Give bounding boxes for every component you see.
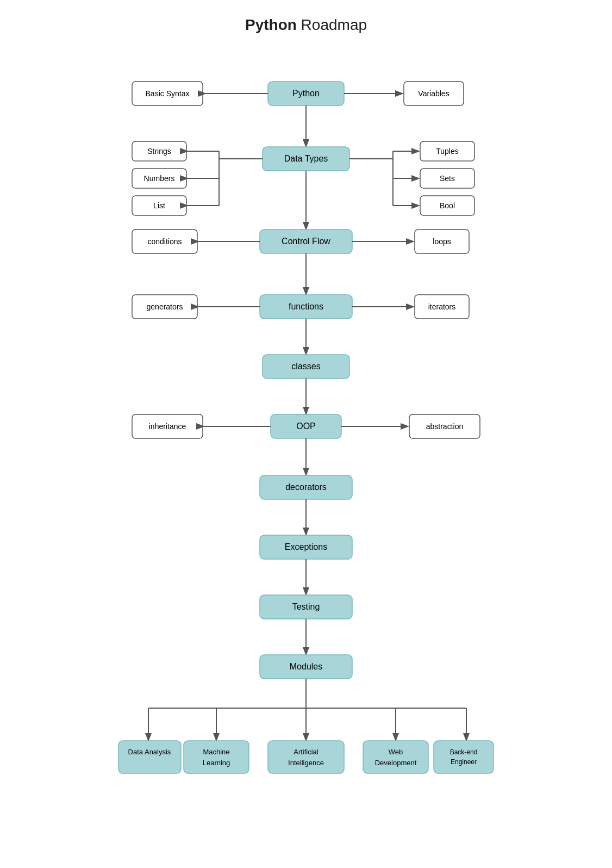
classes-node: classes — [291, 362, 320, 371]
machine-learning-node: Machine — [203, 748, 229, 756]
python-node: Python — [292, 89, 320, 98]
backend-engineer-node: Back-end — [450, 748, 478, 756]
web-development-node: Web — [389, 748, 403, 756]
decorators-node: decorators — [285, 482, 327, 492]
svg-text:Engineer: Engineer — [451, 758, 477, 766]
inheritance-node: inheritance — [149, 422, 186, 431]
data-analysis-node: Data Analysis — [128, 748, 171, 756]
page-title: Python Roadmap — [116, 16, 496, 34]
conditions-node: conditions — [147, 237, 182, 246]
basic-syntax-node: Basic Syntax — [146, 89, 190, 98]
svg-rect-63 — [268, 741, 344, 773]
variables-node: Variables — [418, 89, 449, 98]
list-node: List — [153, 201, 165, 210]
oop-node: OOP — [296, 421, 316, 431]
artificial-intelligence-node: Artificial — [293, 748, 319, 756]
page: Python Roadmap Python Basic Syntax Varia… — [116, 16, 496, 868]
iterators-node: iterators — [428, 302, 456, 311]
svg-text:Learning: Learning — [203, 759, 230, 767]
svg-rect-65 — [363, 741, 428, 773]
roadmap-diagram: Python Basic Syntax Variables Data Types… — [116, 50, 496, 868]
exceptions-node: Exceptions — [285, 542, 327, 551]
abstraction-node: abstraction — [426, 422, 463, 431]
strings-node: Strings — [147, 147, 171, 156]
control-flow-node: Control Flow — [282, 237, 330, 246]
functions-node: functions — [289, 302, 323, 311]
data-types-node: Data Types — [284, 154, 328, 163]
svg-rect-60 — [118, 741, 181, 773]
loops-node: loops — [433, 237, 451, 246]
sets-node: Sets — [440, 174, 455, 183]
testing-node: Testing — [292, 602, 320, 611]
generators-node: generators — [147, 302, 183, 311]
numbers-node: Numbers — [144, 174, 175, 183]
bool-node: Bool — [440, 201, 455, 210]
modules-node: Modules — [290, 662, 322, 671]
svg-text:Intelligence: Intelligence — [288, 759, 324, 767]
svg-text:Development: Development — [375, 759, 417, 767]
tuples-node: Tuples — [436, 147, 459, 156]
svg-rect-67 — [434, 741, 494, 773]
svg-rect-61 — [184, 741, 249, 773]
